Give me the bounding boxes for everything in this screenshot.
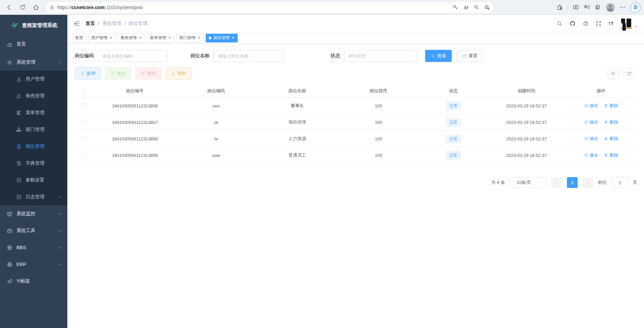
close-icon[interactable]: ✕	[168, 36, 171, 40]
reset-button[interactable]: 重置	[456, 50, 483, 62]
edit-button[interactable]: 修改	[105, 67, 131, 79]
table-row: 1641030593112313857 se 项目经理 100 正常 2023-…	[75, 114, 637, 131]
post-table: 岗位编号 岗位编码 岗位名称 岗位排序 状态 创建时间 操作 164103059…	[75, 84, 637, 164]
toolbox-icon	[7, 228, 12, 234]
tab-user-mgmt[interactable]: 用户管理✕	[88, 34, 115, 42]
sidebar-item-monitor[interactable]: 系统监控	[0, 205, 67, 222]
app-logo[interactable]: 意框架管理系统	[0, 15, 67, 36]
more-menu-icon[interactable]	[619, 4, 626, 10]
sidebar-item-logs[interactable]: 日志管理	[0, 189, 67, 205]
select-all-checkbox[interactable]	[82, 89, 87, 93]
dictionary-icon	[16, 161, 22, 166]
row-checkbox[interactable]	[82, 136, 87, 141]
refresh-table-button[interactable]	[623, 67, 635, 79]
sidebar-item-dictionary[interactable]: 字典管理	[0, 155, 67, 172]
sidebar-item-users[interactable]: 用户管理	[0, 71, 67, 88]
fullscreen-icon[interactable]	[596, 21, 602, 27]
font-size-icon[interactable]: TT	[608, 21, 614, 26]
row-delete-link[interactable]: 删除	[604, 103, 618, 109]
help-icon[interactable]	[583, 21, 589, 27]
page-size-select[interactable]: 10条/页	[510, 177, 547, 188]
status-select[interactable]: 岗位状态	[344, 50, 416, 62]
user-icon	[16, 76, 22, 82]
add-button[interactable]: 新增	[75, 67, 101, 79]
row-checkbox[interactable]	[82, 103, 87, 108]
user-menu[interactable]	[620, 19, 638, 29]
sidebar-item-tools[interactable]: 系统工具	[0, 222, 67, 239]
chevron-down-icon	[58, 229, 62, 233]
breadcrumb-system[interactable]: 系统管理	[102, 21, 121, 27]
row-delete-link[interactable]: 删除	[604, 152, 618, 158]
key-icon[interactable]	[452, 4, 458, 10]
row-checkbox[interactable]	[82, 120, 87, 125]
refresh-icon[interactable]	[17, 2, 28, 13]
read-aloud-icon[interactable]	[463, 4, 469, 10]
breadcrumb-home[interactable]: 首页	[86, 21, 95, 27]
split-screen-icon[interactable]	[573, 4, 579, 10]
sidebar-item-system[interactable]: 系统管理	[0, 54, 67, 71]
post-name-label: 岗位名称	[191, 53, 209, 59]
collections-icon[interactable]	[595, 4, 601, 10]
row-delete-link[interactable]: 删除	[604, 119, 618, 125]
tab-post-mgmt[interactable]: 岗位管理✕	[206, 34, 238, 42]
edit-icon	[16, 177, 22, 183]
monitor-icon	[7, 211, 12, 217]
favorites-icon[interactable]	[584, 4, 590, 10]
export-button[interactable]: 导出	[166, 67, 192, 79]
breadcrumb: 首页 / 系统管理 / 岗位管理	[86, 21, 147, 27]
extensions-icon[interactable]	[556, 4, 563, 10]
sidebar-item-roles[interactable]: 角色管理	[0, 88, 67, 104]
search-icon	[431, 54, 435, 58]
profile-avatar[interactable]	[606, 3, 615, 12]
sidebar-item-departments[interactable]: 部门管理	[0, 121, 67, 138]
row-checkbox[interactable]	[82, 153, 87, 158]
edit-icon	[584, 153, 588, 157]
next-page-button[interactable]: ›	[582, 177, 593, 188]
tab-dept-mgmt[interactable]: 部门管理✕	[176, 34, 204, 42]
prev-page-button[interactable]: ‹	[551, 177, 562, 188]
current-page[interactable]: 1	[567, 177, 578, 188]
close-icon[interactable]: ✕	[109, 36, 112, 40]
post-code-input[interactable]	[98, 50, 168, 62]
sidebar-item-erp[interactable]: ERP	[0, 256, 67, 273]
post-name-input[interactable]	[213, 50, 283, 62]
sidebar-item-parameters[interactable]: 参数设置	[0, 172, 67, 189]
add-favorite-icon[interactable]	[484, 4, 490, 10]
delete-button[interactable]: 删除	[135, 67, 162, 79]
tab-home[interactable]: 首页	[72, 34, 86, 42]
collapse-sidebar-icon[interactable]	[73, 20, 80, 27]
row-edit-link[interactable]: 修改	[584, 136, 598, 142]
close-icon[interactable]: ✕	[232, 36, 235, 40]
col-header-created: 创建时间	[488, 88, 565, 94]
sidebar-item-home[interactable]: 首页	[0, 36, 67, 53]
lock-icon[interactable]	[49, 5, 55, 10]
show-search-toggle-button[interactable]	[607, 67, 619, 79]
bing-copilot-icon[interactable]: b	[631, 2, 641, 12]
row-edit-link[interactable]: 修改	[584, 103, 598, 109]
row-edit-link[interactable]: 修改	[584, 119, 598, 125]
sidebar-item-yi-framework[interactable]: Yi框架	[0, 273, 67, 290]
back-icon[interactable]	[3, 2, 15, 13]
header-search-icon[interactable]	[556, 21, 563, 27]
tab-role-mgmt[interactable]: 角色管理✕	[117, 34, 145, 42]
close-icon[interactable]: ✕	[198, 36, 201, 40]
close-icon[interactable]: ✕	[139, 36, 142, 40]
zoom-out-icon[interactable]	[474, 4, 479, 10]
row-edit-link[interactable]: 修改	[584, 152, 598, 158]
tab-menu-mgmt[interactable]: 菜单管理✕	[147, 34, 174, 42]
row-delete-link[interactable]: 删除	[604, 136, 618, 142]
home-icon[interactable]	[30, 2, 42, 13]
trash-icon	[604, 104, 608, 108]
goto-page-input[interactable]	[611, 177, 628, 188]
url-text[interactable]: https://ccnetcore.com:1101/system/post	[57, 5, 450, 10]
trash-icon	[604, 137, 608, 141]
status-badge: 正常	[446, 102, 461, 110]
sidebar-item-menus[interactable]: 菜单管理	[0, 104, 67, 121]
breadcrumb-post: 岗位管理	[129, 21, 147, 27]
github-icon[interactable]	[569, 20, 576, 27]
dashboard-icon	[7, 41, 12, 47]
sidebar-item-posts[interactable]: 岗位管理	[0, 138, 67, 155]
address-bar[interactable]: https://ccnetcore.com:1101/system/post	[46, 2, 494, 13]
sidebar-item-bbs[interactable]: BBS	[0, 239, 67, 256]
search-button[interactable]: 搜索	[425, 50, 452, 62]
